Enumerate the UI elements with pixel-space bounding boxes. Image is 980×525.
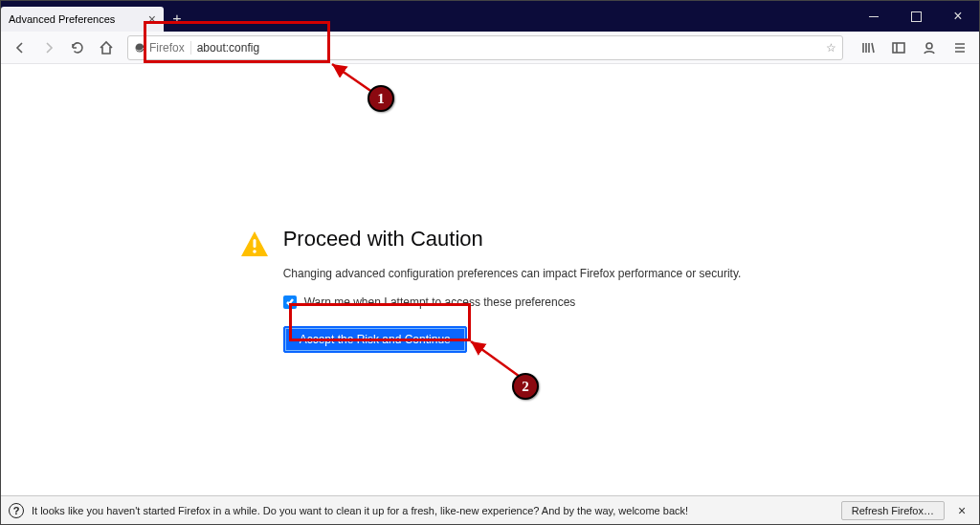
- library-button[interactable]: [855, 34, 881, 61]
- caution-text: Changing advanced configuration preferen…: [283, 267, 742, 280]
- info-icon: ?: [9, 503, 24, 518]
- svg-point-4: [253, 250, 256, 253]
- reload-button[interactable]: [64, 34, 91, 61]
- notification-close-icon[interactable]: ×: [952, 503, 971, 518]
- content-area: Proceed with Caution Changing advanced c…: [1, 64, 979, 495]
- window-minimize-button[interactable]: [853, 1, 895, 32]
- back-button[interactable]: [7, 34, 33, 61]
- caution-heading: Proceed with Caution: [283, 227, 742, 252]
- menu-button[interactable]: [947, 34, 973, 61]
- annotation-box-1: [144, 21, 330, 63]
- svg-point-2: [926, 43, 932, 49]
- window-maximize-button[interactable]: [895, 1, 937, 32]
- annotation-badge-1: 1: [368, 85, 394, 112]
- notification-bar: ? It looks like you haven't started Fire…: [1, 495, 979, 524]
- window-close-button[interactable]: ×: [937, 1, 979, 32]
- sidebar-button[interactable]: [885, 34, 912, 61]
- refresh-firefox-button[interactable]: Refresh Firefox…: [841, 501, 945, 520]
- account-button[interactable]: [916, 34, 943, 61]
- svg-rect-3: [253, 239, 256, 248]
- tab-title: Advanced Preferences: [9, 13, 115, 25]
- annotation-badge-2: 2: [512, 373, 539, 400]
- forward-button[interactable]: [35, 34, 62, 61]
- bookmark-star-icon[interactable]: ☆: [826, 41, 836, 55]
- window-controls: ×: [853, 1, 979, 32]
- warning-icon: [239, 229, 270, 259]
- tab-advanced-preferences[interactable]: Advanced Preferences ×: [1, 7, 164, 32]
- notification-message: It looks like you haven't started Firefo…: [32, 505, 834, 516]
- toolbar-right: [851, 34, 973, 61]
- browser-window: Advanced Preferences × + × Firefox about…: [0, 0, 980, 525]
- svg-rect-1: [893, 43, 904, 53]
- home-button[interactable]: [93, 34, 120, 61]
- annotation-box-2: [289, 303, 471, 341]
